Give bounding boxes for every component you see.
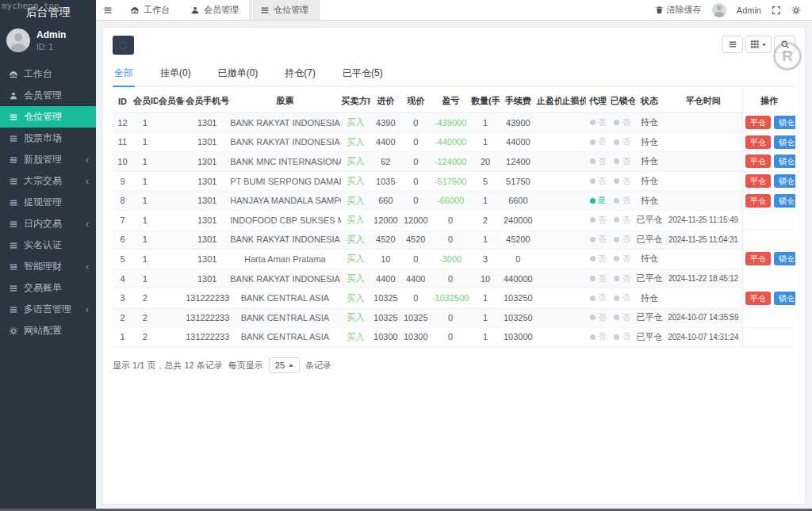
cell-quantity: 1 — [470, 307, 500, 327]
cell-pnl: 0 — [431, 307, 470, 327]
cell-member-remark — [158, 152, 185, 172]
column-header: 现价 — [400, 89, 431, 113]
filter-tab-3[interactable]: 持仓(7) — [283, 62, 317, 86]
chevron-left-icon: ‹ — [86, 304, 89, 315]
sidebar-item-0[interactable]: 工作台 — [0, 63, 96, 85]
gear-icon[interactable] — [791, 6, 801, 15]
column-header: 盈亏 — [431, 89, 470, 113]
sidebar-item-label: 智能理财 — [24, 260, 62, 273]
sidebar-item-7[interactable]: 日内交易‹ — [0, 213, 96, 235]
status-dot-icon — [590, 276, 596, 281]
filter-tab-4[interactable]: 已平仓(5) — [341, 62, 385, 86]
cell-entry-price: 12000 — [370, 210, 400, 230]
cell-close-time: 2024-11-25 11:15:49 — [665, 210, 743, 230]
sidebar-item-5[interactable]: 大宗交易‹ — [0, 170, 96, 192]
cell-stock: INDOFOOD CBP SUKSES MAKMUR TBK PT — [229, 210, 340, 230]
lock-position-button[interactable]: 锁仓 — [774, 135, 795, 149]
main-column: 工作台会员管理仓位管理 清除缓存 Admin — [96, 0, 812, 511]
grid-icon — [750, 40, 760, 49]
lock-position-button[interactable]: 锁仓 — [774, 174, 795, 188]
cell-actions — [743, 327, 795, 347]
cell-fee: 240000 — [500, 210, 536, 230]
cell-quantity: 1 — [470, 327, 500, 347]
cell-member-phone: 1301 — [185, 171, 229, 191]
columns-button[interactable] — [745, 36, 772, 53]
cell-stop-loss — [561, 113, 587, 133]
sidebar-item-1[interactable]: 会员管理 — [0, 85, 96, 106]
fullscreen-icon[interactable] — [772, 6, 781, 15]
cell-close-time: 2024-11-22 18:45:12 — [665, 269, 743, 288]
cell-entry-price: 62 — [370, 152, 400, 172]
cell-actions: 平仓锁仓 — [743, 288, 795, 308]
filter-tab-0[interactable]: 全部 — [113, 62, 135, 87]
filter-tab-2[interactable]: 已撤单(0) — [216, 62, 260, 86]
close-position-button[interactable]: 平仓 — [745, 292, 771, 305]
table-row: 711301INDOFOOD CBP SUKSES MAKMUR TBK PT买… — [113, 210, 795, 230]
filter-tab-1[interactable]: 挂单(0) — [159, 62, 193, 86]
lock-position-button[interactable]: 锁仓 — [774, 252, 795, 265]
close-position-button[interactable]: 平仓 — [745, 174, 771, 188]
sidebar-item-3[interactable]: 股票市场 — [0, 128, 96, 149]
cell-close-time — [665, 250, 743, 269]
chevron-left-icon: ‹ — [86, 176, 89, 186]
sidebar-item-2[interactable]: 仓位管理 — [0, 106, 96, 128]
refresh-button[interactable] — [113, 36, 134, 55]
cell-close-time — [665, 152, 743, 172]
cell-agent: 否 — [586, 171, 609, 191]
status-dot-icon — [590, 139, 596, 145]
sidebar-item-11[interactable]: 多语言管理‹ — [0, 299, 96, 320]
lock-position-button[interactable]: 锁仓 — [774, 154, 795, 168]
cell-member-phone: 1301 — [185, 230, 229, 250]
user-meta: Admin ID: 1 — [36, 29, 66, 51]
cell-member-id: 1 — [132, 152, 158, 172]
sidebar-item-label: 工作台 — [24, 67, 52, 81]
sidebar-toggle-icon[interactable] — [96, 0, 120, 20]
lock-position-button[interactable]: 锁仓 — [774, 116, 795, 129]
close-position-button[interactable]: 平仓 — [745, 135, 771, 149]
cell-agent: 否 — [586, 132, 609, 152]
list-view-button[interactable] — [722, 36, 743, 53]
cell-direction: 买入 — [341, 132, 371, 152]
navbar-username[interactable]: Admin — [737, 6, 761, 15]
cell-status: 已平仓 — [635, 210, 665, 230]
close-position-button[interactable]: 平仓 — [745, 252, 771, 265]
page-size-select[interactable]: 25 — [269, 357, 300, 373]
navbar-avatar[interactable] — [712, 3, 726, 17]
cell-fee: 103000 — [500, 327, 536, 347]
cell-stop-loss — [561, 269, 587, 288]
column-header: 已锁仓 — [610, 89, 635, 113]
sidebar-item-6[interactable]: 提现管理 — [0, 192, 96, 213]
column-header: 止盈价 — [536, 89, 561, 113]
cell-pnl: -439000 — [431, 113, 470, 133]
cell-entry-price: 10 — [370, 250, 400, 269]
status-dot-icon — [590, 217, 596, 223]
cell-member-id: 1 — [132, 113, 158, 133]
navbar-tab-2[interactable]: 仓位管理 — [249, 0, 320, 20]
cell-status: 持仓 — [635, 113, 665, 133]
table-row: 411301BANK RAKYAT INDONESIA买入44004400010… — [113, 269, 795, 288]
lock-position-button[interactable]: 锁仓 — [774, 194, 795, 208]
column-header: ID — [113, 89, 132, 113]
cell-agent: 否 — [586, 288, 609, 308]
cell-member-phone: 1301 — [185, 113, 229, 133]
sidebar-item-8[interactable]: 实名认证 — [0, 235, 96, 256]
sidebar-item-9[interactable]: 智能理财‹ — [0, 256, 96, 277]
close-position-button[interactable]: 平仓 — [745, 194, 771, 208]
cell-quantity: 10 — [470, 269, 500, 288]
lock-position-button[interactable]: 锁仓 — [774, 292, 795, 305]
close-position-button[interactable]: 平仓 — [745, 116, 771, 129]
clear-cache-button[interactable]: 清除缓存 — [655, 4, 702, 16]
sidebar-item-10[interactable]: 交易账单 — [0, 277, 96, 299]
sidebar-item-label: 股票市场 — [24, 132, 62, 145]
cell-current-price: 4400 — [400, 269, 431, 288]
sidebar-item-4[interactable]: 新股管理‹ — [0, 149, 96, 170]
cell-id: 5 — [113, 250, 132, 269]
navbar-tab-0[interactable]: 工作台 — [120, 0, 180, 20]
table-row: 1111301BANK RAKYAT INDONESIA买入44000-4400… — [113, 132, 795, 152]
close-position-button[interactable]: 平仓 — [745, 154, 771, 168]
status-dot-icon — [614, 120, 619, 125]
cell-take-profit — [536, 171, 561, 191]
navbar-tab-1[interactable]: 会员管理 — [180, 0, 249, 20]
sidebar-item-12[interactable]: 网站配置 — [0, 320, 96, 341]
user-icon — [190, 6, 200, 15]
